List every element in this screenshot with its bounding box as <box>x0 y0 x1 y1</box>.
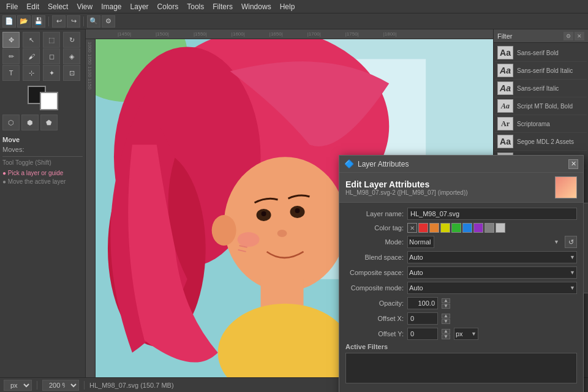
color-tag-yellow[interactable] <box>440 223 450 233</box>
font-preview-sans-bold: Aa <box>497 46 513 59</box>
zoom-button[interactable]: 🔍 <box>87 15 100 28</box>
clone-tool[interactable]: ✦ <box>43 65 60 81</box>
color-tag-purple[interactable] <box>473 223 483 233</box>
settings-button[interactable]: ⚙ <box>102 15 115 28</box>
opacity-label: Opacity: <box>345 300 404 307</box>
mode-select[interactable]: Normal Multiply Screen Overlay <box>407 236 434 248</box>
layer-name-input[interactable] <box>407 208 577 220</box>
dialog-close-button[interactable]: ✕ <box>568 159 578 169</box>
color-tag-gray[interactable] <box>484 223 494 233</box>
mode-row: Mode: Normal Multiply Screen Overlay ↺ <box>345 236 577 248</box>
color-tag-green[interactable] <box>451 223 461 233</box>
opacity-down-button[interactable]: ▼ <box>442 304 450 309</box>
toolbar-separator-2 <box>83 17 84 26</box>
font-preview-script: Aa <box>497 99 513 113</box>
move-tool[interactable]: ✥ <box>2 32 20 48</box>
offset-x-up-button[interactable]: ▲ <box>442 314 450 318</box>
measure-tool[interactable]: ⊡ <box>63 65 80 81</box>
menubar-item-colors[interactable]: Colors <box>154 1 183 12</box>
color-tag-red[interactable] <box>418 223 428 233</box>
menubar-item-image[interactable]: Image <box>97 1 125 12</box>
ruler-vertical: 1000 1050 1100 1150 <box>86 39 96 377</box>
active-filters-section: Active Filters <box>345 343 577 383</box>
menubar-item-layer[interactable]: Layer <box>127 1 153 12</box>
blend-space-label: Blend space: <box>345 254 404 261</box>
menubar-item-select[interactable]: Select <box>44 1 72 12</box>
offset-y-label: Offset Y: <box>345 330 404 337</box>
offset-unit-select[interactable]: px % mm <box>454 328 478 340</box>
file-info: HL_M98_07.svg (150.7 MB) <box>89 382 174 389</box>
pointer-tool[interactable]: ↖ <box>23 32 40 48</box>
offset-x-input[interactable] <box>407 312 438 325</box>
blend-space-select[interactable]: Auto Linear Perceptual <box>407 251 577 263</box>
redo-button[interactable]: ↪ <box>67 15 80 28</box>
toolbox: ✥ ↖ ⬚ ↻ ✏ 🖌 ◻ ◈ T ⊹ ✦ ⊡ ⬡ ⬢ ⬟ Move Moves… <box>0 29 86 377</box>
tool-extra-2[interactable]: ⬢ <box>21 115 39 130</box>
font-name-sans-italic: Sans-serif Italic <box>517 85 559 92</box>
paint-tool[interactable]: 🖌 <box>23 48 40 64</box>
ruler-horizontal: |1450| |1500| |1550| |1600| |1650| |1700… <box>86 29 493 39</box>
tool-extra-1[interactable]: ⬡ <box>2 115 20 130</box>
font-item-4[interactable]: Ar Scriptorama <box>495 115 587 133</box>
statusbar-sep-1 <box>37 381 37 390</box>
undo-button[interactable]: ↩ <box>52 15 66 28</box>
rotate-tool[interactable]: ↻ <box>63 32 80 48</box>
active-filters-box[interactable] <box>345 353 577 383</box>
tool-grid: ✥ ↖ ⬚ ↻ ✏ 🖌 ◻ ◈ T ⊹ ✦ ⊡ <box>2 32 83 81</box>
fill-tool[interactable]: ◈ <box>63 48 80 64</box>
save-button[interactable]: 💾 <box>32 15 45 28</box>
panel-header: Filter ⚙ ✕ <box>494 29 588 43</box>
font-item-0[interactable]: Aa Sans-serif Bold <box>495 44 587 62</box>
panel-configure-button[interactable]: ⚙ <box>564 32 573 40</box>
tool-name-label: Move <box>2 135 83 145</box>
eraser-tool[interactable]: ◻ <box>43 48 60 64</box>
dialog-title-area: 🔷 Layer Attributes <box>344 159 409 168</box>
crop-tool[interactable]: ⬚ <box>43 32 60 48</box>
font-item-3[interactable]: Aa Script MT Bold, Bold <box>495 97 587 115</box>
pencil-tool[interactable]: ✏ <box>2 48 20 64</box>
color-tag-light[interactable] <box>496 223 505 233</box>
tool-extra-3[interactable]: ⬟ <box>40 115 58 130</box>
menubar-item-help[interactable]: Help <box>276 1 299 12</box>
color-tag-label: Color tag: <box>345 224 404 232</box>
menubar-item-edit[interactable]: Edit <box>23 1 43 12</box>
blend-space-row: Blend space: Auto Linear Perceptual <box>345 251 577 263</box>
unit-select[interactable]: px % <box>4 380 32 391</box>
menubar-item-view[interactable]: View <box>73 1 96 12</box>
offset-x-down-button[interactable]: ▼ <box>442 319 450 324</box>
opacity-input[interactable] <box>407 297 438 309</box>
font-item-1[interactable]: Aa Sans-serif Bold Italic <box>495 62 587 80</box>
color-tag-none[interactable]: ✕ <box>407 223 417 233</box>
color-tag-orange[interactable] <box>429 223 439 233</box>
dialog-title: Layer Attributes <box>358 160 409 168</box>
menubar-item-file[interactable]: File <box>2 1 21 12</box>
composite-space-label: Composite space: <box>345 269 404 276</box>
offset-y-down-button[interactable]: ▼ <box>442 334 450 339</box>
offset-y-row: Offset Y: ▲ ▼ px % mm <box>345 328 577 340</box>
open-file-button[interactable]: 📂 <box>17 15 31 28</box>
panel-close-button[interactable]: ✕ <box>575 32 584 40</box>
menubar-item-tools[interactable]: Tools <box>183 1 208 12</box>
color-tag-blue[interactable] <box>462 223 472 233</box>
switches-panel: Switches 👁 ✕ Visible 🔗 Linked 🖌 Lock pix… <box>583 203 588 293</box>
composite-space-select[interactable]: Auto Linear <box>407 266 577 279</box>
background-color[interactable] <box>40 92 58 110</box>
new-file-button[interactable]: 📄 <box>2 15 16 28</box>
mode-reset-button[interactable]: ↺ <box>565 236 577 248</box>
font-preview-sans-bold-italic: Aa <box>497 64 513 77</box>
font-item-5[interactable]: Aa Segoe MDL 2 Assets <box>495 133 587 151</box>
path-tool[interactable]: ⊹ <box>23 65 40 81</box>
offset-y-input[interactable] <box>407 328 438 340</box>
text-tool[interactable]: T <box>2 65 20 81</box>
dialog-header-text: Edit Layer Attributes HL_M98_07.svg-2 ([… <box>345 179 468 196</box>
opacity-up-button[interactable]: ▲ <box>442 298 450 303</box>
menubar-item-windows[interactable]: Windows <box>238 1 275 12</box>
menubar-item-filters[interactable]: Filters <box>209 1 236 12</box>
composite-mode-select[interactable]: Auto Union Clip to backdrop <box>407 282 577 294</box>
opacity-row: Opacity: ▲ ▼ <box>345 297 577 309</box>
font-item-2[interactable]: Aa Sans-serif Italic <box>495 80 587 97</box>
offset-y-up-button[interactable]: ▲ <box>442 329 450 334</box>
panel-controls: ⚙ ✕ <box>564 32 584 40</box>
opacity-spinner: ▲ ▼ <box>442 298 450 309</box>
zoom-select[interactable]: 200 % 100 % <box>42 380 79 391</box>
